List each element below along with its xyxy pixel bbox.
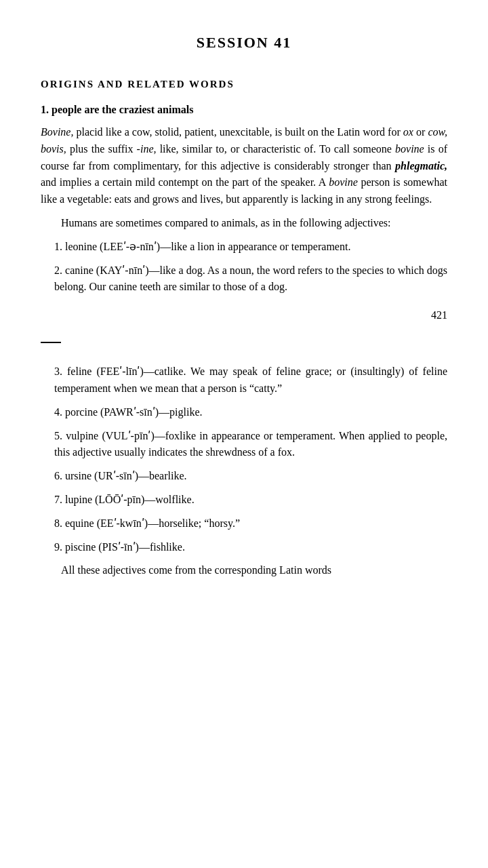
term-feline-3: feline (423, 366, 447, 377)
page: SESSION 41 ORIGINS AND RELATED WORDS 1. … (0, 0, 488, 868)
paragraph-1: Bovine, placid like a cow, stolid, patie… (41, 124, 447, 208)
numbered-item-7: 7. lupine (LŌŌʹ-pīn)—wolflike. (41, 492, 447, 509)
numbered-item-3: 3. feline (FEEʹ-līnʹ)—catlike. We may sp… (41, 363, 447, 397)
term-porcine: porcine (65, 406, 98, 418)
term-canine-1: canine (65, 264, 94, 276)
numbered-item-9: 9. piscine (PISʹ-īnʹ)—fishlike. (41, 539, 447, 556)
term-vulpine: vulpine (66, 430, 98, 441)
term-leonine: leonine (65, 241, 97, 252)
numbered-item-4: 4. porcine (PAWRʹ-sīnʹ)—piglike. (41, 404, 447, 421)
closing-paragraph: All these adjectives come from the corre… (41, 562, 447, 579)
paragraph-2: Humans are sometimes compared to animals… (41, 215, 447, 232)
term-feline-1: feline (67, 366, 92, 377)
term-lupine: lupine (65, 494, 92, 505)
word-bovine-2: bovine (395, 143, 424, 155)
word-ox: ox (403, 126, 413, 138)
term-feline-2: feline (276, 366, 300, 377)
numbered-item-6: 6. ursine (URʹ-sīnʹ)—bearlike. (41, 468, 447, 485)
word-phlegmatic: phlegmatic, (395, 160, 447, 172)
numbered-item-1: 1. leonine (LEEʹ-ə-nīnʹ)—like a lion in … (41, 239, 447, 256)
entry-1-title: 1. people are the craziest animals (41, 104, 447, 116)
numbered-item-2: 2. canine (KAYʹ-nīnʹ)—like a dog. As a n… (41, 262, 447, 296)
section-heading: ORIGINS AND RELATED WORDS (41, 79, 447, 90)
term-ursine: ursine (65, 470, 92, 481)
term-equine: equine (65, 517, 94, 529)
term-piscine: piscine (65, 541, 96, 553)
term-canine-2: canine (108, 281, 137, 292)
numbered-item-5: 5. vulpine (VULʹ-pīnʹ)—foxlike in appear… (41, 428, 447, 462)
word-bovine-1: Bovine, (41, 126, 73, 138)
word-cow-bovis: cow, bovis, (41, 126, 447, 155)
word-ine: -ine, (137, 143, 157, 155)
numbered-item-8: 8. equine (EEʹ-kwīnʹ)—horselike; “horsy.… (41, 515, 447, 532)
word-bovine-3: bovine (329, 176, 358, 188)
section-divider (41, 342, 61, 343)
session-title: SESSION 41 (41, 34, 447, 52)
page-number: 421 (41, 309, 447, 321)
